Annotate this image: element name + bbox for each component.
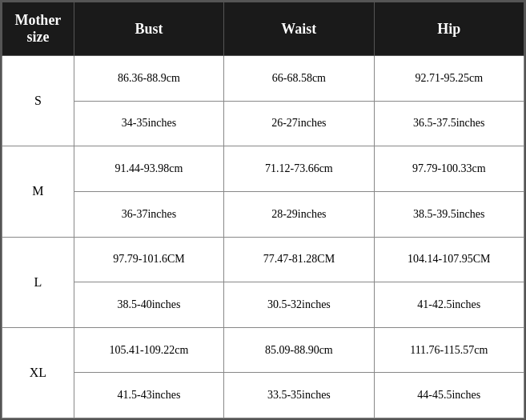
waist-metric: 85.09-88.90cm: [224, 327, 374, 373]
size-label: L: [2, 237, 74, 327]
hip-metric: 92.71-95.25cm: [374, 56, 524, 102]
size-chart-table: Mother size Bust Waist Hip S86.36-88.9cm…: [2, 2, 524, 418]
table-row: M91.44-93.98cm71.12-73.66cm97.79-100.33c…: [2, 146, 524, 192]
size-label: XL: [2, 327, 74, 418]
bust-imperial: 36-37inches: [74, 191, 223, 237]
size-chart-container: Mother size Bust Waist Hip S86.36-88.9cm…: [0, 0, 526, 420]
bust-imperial: 34-35inches: [74, 101, 223, 146]
table-row: 41.5-43inches33.5-35inches44-45.5inches: [2, 373, 524, 418]
header-mother-size: Mother size: [2, 2, 74, 56]
hip-metric: 104.14-107.95CM: [374, 237, 524, 282]
table-row: L97.79-101.6CM77.47-81.28CM104.14-107.95…: [2, 237, 524, 282]
bust-imperial: 41.5-43inches: [74, 373, 223, 418]
bust-metric: 91.44-93.98cm: [74, 146, 223, 192]
size-label: M: [2, 146, 74, 237]
table-header-row: Mother size Bust Waist Hip: [2, 2, 524, 56]
bust-metric: 97.79-101.6CM: [74, 237, 223, 282]
bust-metric: 86.36-88.9cm: [74, 56, 223, 102]
hip-imperial: 41-42.5inches: [374, 282, 524, 328]
hip-metric: 97.79-100.33cm: [374, 146, 524, 192]
waist-imperial: 26-27inches: [224, 101, 374, 146]
waist-metric: 77.47-81.28CM: [224, 237, 374, 282]
bust-imperial: 38.5-40inches: [74, 282, 223, 328]
hip-imperial: 36.5-37.5inches: [374, 101, 524, 146]
header-hip: Hip: [374, 2, 524, 56]
waist-imperial: 30.5-32inches: [224, 282, 374, 328]
waist-metric: 66-68.58cm: [224, 56, 374, 102]
header-bust: Bust: [74, 2, 223, 56]
hip-imperial: 44-45.5inches: [374, 373, 524, 418]
waist-imperial: 28-29inches: [224, 191, 374, 237]
hip-metric: 111.76-115.57cm: [374, 327, 524, 373]
waist-imperial: 33.5-35inches: [224, 373, 374, 418]
size-label: S: [2, 56, 74, 146]
waist-metric: 71.12-73.66cm: [224, 146, 374, 192]
table-row: 36-37inches28-29inches38.5-39.5inches: [2, 191, 524, 237]
header-waist: Waist: [224, 2, 374, 56]
table-row: 34-35inches26-27inches36.5-37.5inches: [2, 101, 524, 146]
table-row: S86.36-88.9cm66-68.58cm92.71-95.25cm: [2, 56, 524, 102]
bust-metric: 105.41-109.22cm: [74, 327, 223, 373]
table-row: 38.5-40inches30.5-32inches41-42.5inches: [2, 282, 524, 328]
table-row: XL105.41-109.22cm85.09-88.90cm111.76-115…: [2, 327, 524, 373]
hip-imperial: 38.5-39.5inches: [374, 191, 524, 237]
